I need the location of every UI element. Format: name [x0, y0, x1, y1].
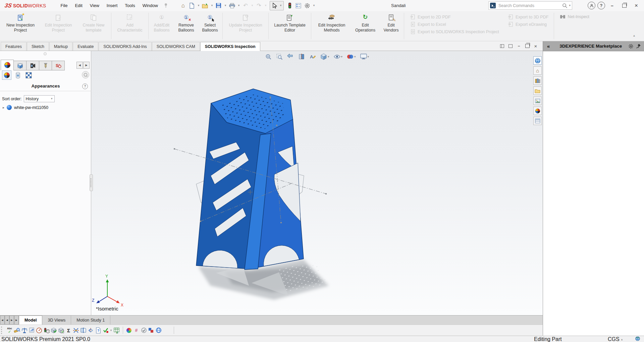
compare-results-icon[interactable] [148, 326, 155, 334]
settings-gear-icon[interactable] [303, 2, 311, 10]
pin-pane-icon[interactable] [636, 44, 641, 49]
zoom-fit-icon[interactable] [264, 53, 272, 61]
decal-filter[interactable] [13, 71, 22, 79]
tab-evaluate[interactable]: Evaluate [73, 42, 98, 51]
panel-help-icon[interactable]: ? [82, 83, 88, 89]
tab-markup[interactable]: Markup [49, 42, 72, 51]
scene-filter[interactable] [24, 71, 33, 79]
custom-properties-tab[interactable] [533, 117, 542, 125]
select-caret-icon[interactable]: ▾ [279, 2, 283, 10]
mesh-preview-icon[interactable]: # [133, 326, 140, 334]
annotation-view-icon[interactable]: A [309, 53, 317, 61]
close-doc-icon[interactable]: × [532, 43, 539, 49]
minimize-doc-icon[interactable]: – [515, 43, 523, 49]
marketplace-globe-icon[interactable] [155, 326, 162, 334]
sort-order-select[interactable]: History ▾ [24, 95, 55, 102]
first-tab-icon[interactable]: ◀ [0, 316, 5, 325]
print-icon[interactable] [228, 2, 236, 10]
search-magnifier-icon[interactable] [562, 3, 568, 8]
search-caret-icon[interactable]: ▾ [569, 4, 571, 7]
select-balloons-button[interactable]: ① Select Balloons [199, 11, 221, 41]
print-caret-icon[interactable]: ▾ [237, 2, 241, 10]
tab-solidworks-cam[interactable]: SOLIDWORKS CAM [152, 42, 200, 51]
design-checker-caret-icon[interactable]: ▾ [109, 326, 113, 334]
pane-window-icon[interactable] [507, 43, 514, 49]
lights-camera-tab[interactable] [26, 61, 39, 70]
geometry-analysis-icon[interactable] [72, 326, 79, 334]
graphics-viewport[interactable]: Y X Z [91, 51, 543, 315]
menu-insert[interactable]: Insert [104, 1, 121, 10]
export-to-excel-icon[interactable]: X [113, 326, 120, 334]
expand-caret-icon[interactable]: ▸ [3, 106, 4, 109]
previous-tab-icon[interactable]: ◀ [5, 316, 9, 325]
equations-icon[interactable]: Σ [65, 326, 72, 334]
tab-features[interactable]: Features [1, 42, 26, 51]
design-library-tab[interactable] [533, 76, 542, 85]
last-tab-icon[interactable]: ▶ [14, 316, 19, 325]
tab-model[interactable]: Model [19, 316, 42, 325]
scenes-tab[interactable] [13, 61, 26, 70]
tab-3d-views[interactable]: 3D Views [42, 316, 71, 325]
section-properties-icon[interactable] [28, 326, 35, 334]
restore-icon[interactable] [619, 1, 629, 10]
file-explorer-tab[interactable] [533, 87, 542, 95]
panel-splitter-handle[interactable] [90, 174, 93, 191]
settings-caret-icon[interactable]: ▾ [312, 2, 316, 10]
compare-documents-icon[interactable] [80, 326, 87, 334]
open-icon[interactable] [201, 2, 209, 10]
pane-split-icon[interactable] [498, 43, 506, 49]
appearances-tab[interactable] [1, 60, 14, 70]
edit-appearance-icon[interactable]: ▾ [346, 53, 357, 60]
next-tab-icon[interactable]: ▶ [9, 316, 14, 325]
new-document-caret-icon[interactable]: ▾ [197, 2, 201, 10]
view-settings-icon[interactable]: ▾ [360, 53, 370, 60]
minimize-icon[interactable]: – [607, 1, 617, 10]
menu-view[interactable]: View [87, 1, 102, 10]
menu-tools[interactable]: Tools [122, 1, 138, 10]
select-tool[interactable]: ▾ [270, 1, 284, 10]
toolbar-drag-handle[interactable] [1, 327, 3, 334]
model-canvas[interactable]: Y X Z [91, 51, 543, 315]
tab-sketch[interactable]: Sketch [27, 42, 49, 51]
options-list-icon[interactable] [294, 2, 303, 10]
select-cursor-icon[interactable] [271, 2, 279, 10]
section-view-icon[interactable] [298, 53, 306, 61]
close-icon[interactable]: × [631, 1, 641, 10]
check-entity-icon[interactable] [50, 326, 57, 334]
zoom-area-icon[interactable] [275, 53, 283, 61]
verification-icon[interactable] [58, 326, 65, 334]
appearance-tree-item[interactable]: ▸ white-pw-mt11050 [3, 105, 48, 110]
panel-drag-dot[interactable] [44, 52, 47, 55]
inspection-manager-tab[interactable]: S [52, 61, 65, 70]
performance-evaluation-icon[interactable] [36, 326, 43, 334]
command-search[interactable]: ▾ [488, 1, 572, 10]
design-checker-icon[interactable] [102, 326, 109, 334]
save-icon[interactable] [215, 2, 223, 10]
pane-settings-gear-icon[interactable] [628, 44, 634, 49]
account-icon[interactable] [588, 2, 595, 9]
collapse-ribbon-icon[interactable]: ▴ [633, 34, 635, 37]
web-globe-icon[interactable] [635, 336, 640, 341]
previous-view-icon[interactable] [286, 53, 294, 60]
new-inspection-project-button[interactable]: ★ New Inspection Project [1, 11, 40, 41]
help-icon[interactable]: ? [597, 2, 605, 9]
curvature-icon[interactable] [125, 326, 132, 334]
hide-show-items-icon[interactable]: ▾ [333, 54, 343, 60]
save-caret-icon[interactable]: ▾ [223, 2, 227, 10]
part-body[interactable] [196, 89, 304, 270]
collapse-pane-icon[interactable]: « [547, 43, 550, 49]
color-appearance-filter[interactable] [2, 70, 11, 80]
scroll-tabs-left-icon[interactable]: ◀ [76, 62, 83, 69]
menu-window[interactable]: Window [140, 1, 161, 10]
resources-home-tab[interactable]: ⌂ [533, 66, 542, 75]
panel-options-icon[interactable] [82, 71, 89, 78]
search-input[interactable] [498, 3, 562, 8]
restore-doc-icon[interactable] [524, 43, 531, 49]
unit-system-dropdown[interactable]: CGS ▴ [608, 336, 623, 342]
view-settings-caret-icon[interactable]: ▾ [368, 55, 369, 58]
hide-show-caret-icon[interactable]: ▾ [341, 55, 342, 58]
appearances-scenes-tab[interactable] [533, 107, 542, 115]
mass-properties-icon[interactable] [21, 326, 28, 334]
open-caret-icon[interactable]: ▾ [210, 2, 214, 10]
menu-file[interactable]: File [57, 1, 70, 10]
